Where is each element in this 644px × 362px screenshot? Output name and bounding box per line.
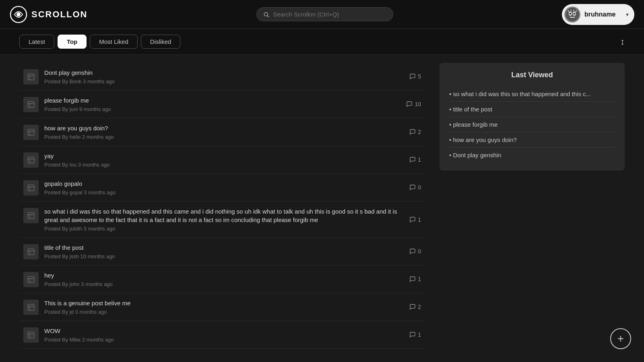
list-item[interactable]: how are you guys doin? Posted By hello 2… (19, 118, 425, 146)
comment-number: 2 (418, 129, 421, 135)
post-comment-count: 1 (409, 216, 421, 223)
user-menu[interactable]: bruhname ▾ (562, 4, 634, 25)
svg-rect-14 (28, 102, 34, 108)
post-thumbnail (23, 152, 39, 168)
post-title: yay (44, 152, 404, 160)
post-title: Dont play genshin (44, 68, 404, 77)
post-title: hey (44, 271, 404, 280)
post-comment-count: 1 (409, 331, 421, 338)
list-item[interactable]: Dont play genshin Posted By Bonk 3 month… (19, 63, 425, 90)
post-title: This is a genuine post belive me (44, 299, 404, 307)
list-item[interactable]: hey Posted By john 3 months ago 1 (19, 265, 425, 293)
post-comment-count: 2 (409, 304, 421, 310)
list-item[interactable]: so what i did was this so that happened … (19, 349, 425, 353)
last-viewed-panel: Last Viewed • so what i did was this so … (440, 63, 625, 171)
post-content: Dont play genshin Posted By Bonk 3 month… (44, 68, 404, 84)
post-thumbnail (23, 272, 39, 287)
post-meta: Posted By john 3 months ago (44, 281, 404, 287)
post-thumbnail (23, 244, 39, 259)
svg-rect-22 (28, 332, 34, 338)
fab-button[interactable]: + (610, 328, 631, 349)
post-meta: Posted By hello 2 months ago (44, 134, 404, 140)
list-item[interactable]: so what i did was this so that happened … (19, 202, 425, 238)
post-comment-count: 10 (406, 101, 421, 107)
post-thumbnail (23, 125, 39, 140)
list-item[interactable]: title of the post Posted By jssh 10 mont… (19, 238, 425, 265)
post-comment-count: 1 (409, 156, 421, 163)
last-viewed-title: Last Viewed (449, 71, 615, 79)
post-meta: Posted By Bonk 3 months ago (44, 78, 404, 84)
post-meta: Posted By jubith 3 months ago (44, 226, 404, 232)
tab-top[interactable]: Top (58, 35, 87, 49)
tab-most-liked[interactable]: Most Liked (90, 35, 138, 49)
post-meta: Posted By gopal 3 months ago (44, 189, 404, 195)
last-viewed-item[interactable]: • so what i did was this so that happene… (449, 86, 615, 102)
svg-rect-17 (28, 185, 34, 191)
list-item[interactable]: This is a genuine post belive me Posted … (19, 293, 425, 321)
svg-line-11 (574, 10, 574, 11)
last-viewed-item[interactable]: • how are you guys doin? (449, 132, 615, 148)
post-title: WOW (44, 327, 404, 335)
post-meta: Posted By Mike 2 months ago (44, 337, 404, 343)
post-meta: Posted By jd 3 months ago (44, 309, 404, 315)
post-list: Dont play genshin Posted By Bonk 3 month… (19, 63, 430, 353)
post-meta: Posted By juni 9 months ago (44, 106, 400, 112)
post-comment-count: 0 (409, 248, 421, 255)
post-title: title of the post (44, 243, 404, 252)
post-content: WOW Posted By Mike 2 months ago (44, 327, 404, 343)
svg-point-7 (569, 12, 571, 14)
last-viewed-item[interactable]: • title of the post (449, 102, 615, 117)
post-title: how are you guys doin? (44, 124, 404, 132)
comment-number: 2 (418, 304, 421, 310)
post-title: so what i did was this so that happened … (44, 207, 404, 224)
svg-rect-19 (28, 249, 34, 255)
main-layout: Dont play genshin Posted By Bonk 3 month… (0, 55, 644, 361)
post-meta: Posted By lou 3 months ago (44, 162, 404, 168)
comment-number: 1 (418, 331, 421, 338)
filter-tabs: Latest Top Most Liked Disliked (19, 35, 180, 49)
logo-area: SCROLLON (10, 6, 87, 23)
post-content: title of the post Posted By jssh 10 mont… (44, 243, 404, 259)
post-title: gopalo gopalo (44, 179, 404, 188)
svg-rect-20 (28, 277, 34, 283)
post-comment-count: 5 (409, 73, 421, 80)
last-viewed-item[interactable]: • please forgib me (449, 117, 615, 132)
list-item[interactable]: gopalo gopalo Posted By gopal 3 months a… (19, 174, 425, 202)
chevron-down-icon: ▾ (626, 11, 629, 18)
svg-rect-15 (28, 130, 34, 136)
search-input[interactable] (273, 11, 386, 18)
post-comment-count: 0 (409, 184, 421, 191)
post-content: please forgib me Posted By juni 9 months… (44, 96, 400, 112)
comment-number: 0 (418, 184, 421, 191)
svg-line-3 (267, 15, 268, 16)
post-thumbnail (23, 97, 39, 112)
post-thumbnail (23, 327, 39, 343)
post-content: This is a genuine post belive me Posted … (44, 299, 404, 315)
search-icon (263, 11, 269, 18)
tab-disliked[interactable]: Disliked (141, 35, 181, 49)
post-comment-count: 2 (409, 129, 421, 135)
tab-latest[interactable]: Latest (19, 35, 54, 49)
post-thumbnail (23, 208, 39, 223)
list-item[interactable]: WOW Posted By Mike 2 months ago 1 (19, 321, 425, 349)
search-bar[interactable] (256, 7, 393, 21)
svg-rect-16 (28, 157, 34, 163)
post-title: please forgib me (44, 96, 400, 105)
comment-number: 0 (418, 248, 421, 255)
post-content: how are you guys doin? Posted By hello 2… (44, 124, 404, 140)
header: SCROLLON bruhname ▾ (0, 0, 644, 29)
post-content: so what i did was this so that happened … (44, 207, 404, 232)
svg-rect-13 (28, 74, 34, 80)
list-item[interactable]: yay Posted By lou 3 months ago 1 (19, 146, 425, 174)
comment-number: 5 (418, 73, 421, 80)
svg-point-8 (573, 12, 575, 14)
post-thumbnail (23, 300, 39, 315)
avatar (564, 6, 580, 23)
list-item[interactable]: please forgib me Posted By juni 9 months… (19, 90, 425, 118)
logo-icon (10, 6, 27, 23)
sort-icon[interactable]: ↕ (620, 37, 625, 47)
last-viewed-item[interactable]: • Dont play genshin (449, 148, 615, 162)
comment-number: 1 (418, 156, 421, 163)
post-meta: Posted By jssh 10 months ago (44, 253, 404, 259)
post-content: hey Posted By john 3 months ago (44, 271, 404, 287)
